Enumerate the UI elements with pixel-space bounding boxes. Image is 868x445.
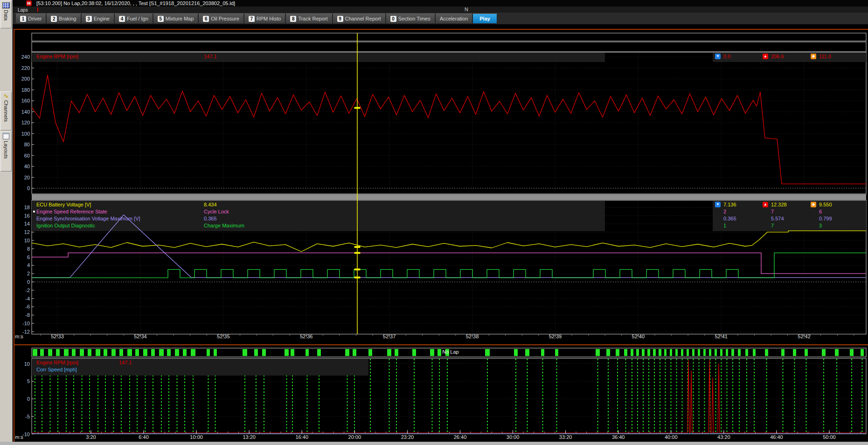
y-tick-label: -2 [11, 288, 30, 294]
y-tick-label: 40 [11, 164, 30, 170]
x-tick-label: 23:20 [393, 434, 421, 440]
lap-band-label: No Lap [432, 349, 469, 355]
y-tick-label: 10 [11, 361, 30, 367]
x-tick-label: 33:20 [552, 434, 580, 440]
x-tick-label: 52:33 [43, 334, 71, 340]
y-tick-label: 120 [11, 120, 30, 126]
y-tick-label: 240 [11, 54, 30, 60]
voltage-diagnostic-chart-plot[interactable] [32, 200, 866, 334]
y-tick-label: 4 [11, 262, 30, 268]
x-tick-label: 13:20 [235, 434, 263, 440]
window-bottom-edge [0, 442, 868, 445]
x-tick-label: 52:41 [707, 334, 735, 340]
rpm-chart-plot[interactable] [32, 52, 866, 194]
x-tick-label: 52:40 [624, 334, 652, 340]
x-tick-label: 10:00 [182, 434, 210, 440]
x-tick-label: 52:35 [209, 334, 237, 340]
x-tick-label: 50:00 [815, 434, 843, 440]
chart-text-layer: No Lap Engine RPM [rpm]147.1▼▲◆0.0206.61… [0, 0, 868, 445]
time-axis-unit: m:s [15, 334, 23, 340]
x-tick-label: 52:42 [790, 334, 818, 340]
y-tick-label: 60 [11, 153, 30, 159]
y-tick-label: 5 [11, 378, 30, 384]
x-tick-label: 52:39 [541, 334, 569, 340]
x-tick-label: 46:40 [763, 434, 791, 440]
y-tick-label: 0 [11, 185, 30, 192]
y-tick-label: 200 [11, 76, 30, 82]
x-tick-label: 16:40 [288, 434, 316, 440]
x-tick-label: 43:20 [710, 434, 738, 440]
y-tick-label: 20 [11, 175, 30, 181]
x-tick-label: 20:00 [340, 434, 368, 440]
x-tick-label: 36:40 [604, 434, 632, 440]
x-tick-label: 3:20 [77, 434, 105, 440]
y-tick-label: 10 [11, 238, 30, 244]
motec-i2-window: M [53:10.200] No Lap,20:38:02, 16/12/202… [0, 0, 868, 445]
time-axis-unit: m:s [15, 434, 23, 440]
y-tick-label: 2 [11, 271, 30, 277]
y-tick-label: 16 [11, 213, 30, 219]
y-tick-label: 14 [11, 221, 30, 227]
x-tick-label: 52:34 [126, 334, 154, 340]
y-tick-label: 8 [11, 246, 30, 252]
y-tick-label: -8 [11, 312, 30, 318]
y-tick-label: 12 [11, 229, 30, 235]
y-tick-label: 18 [11, 205, 30, 211]
y-tick-label: -10 [11, 321, 30, 327]
x-tick-label: 52:38 [458, 334, 486, 340]
y-tick-label: -6 [11, 304, 30, 310]
x-tick-label: 26:40 [446, 434, 474, 440]
y-tick-label: 80 [11, 142, 30, 148]
y-tick-label: 180 [11, 87, 30, 93]
y-tick-label: -4 [11, 296, 30, 302]
x-tick-label: 30:00 [499, 434, 527, 440]
y-tick-label: 0 [11, 396, 30, 402]
x-tick-label: 52:36 [292, 334, 320, 340]
y-tick-label: 0 [11, 279, 30, 285]
x-tick-label: 52:37 [375, 334, 403, 340]
y-tick-label: 160 [11, 98, 30, 104]
x-tick-label: 6:40 [130, 434, 158, 440]
y-tick-label: -5 [11, 414, 30, 420]
y-tick-label: 100 [11, 131, 30, 137]
y-tick-label: 220 [11, 65, 30, 71]
overview-chart-plot[interactable] [32, 358, 866, 434]
x-tick-label: 40:00 [657, 434, 685, 440]
y-tick-label: 140 [11, 109, 30, 115]
y-tick-label: 6 [11, 254, 30, 260]
